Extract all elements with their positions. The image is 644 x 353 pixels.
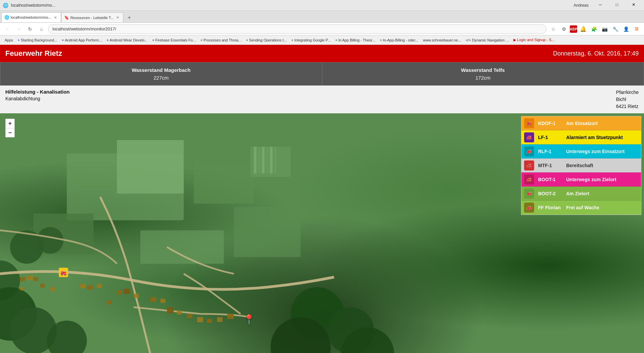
restore-button[interactable]: □ — [609, 0, 625, 9]
chrome-menu-icon[interactable]: ≡ — [632, 24, 641, 34]
bookmark-android-app[interactable]: ● Android App Perform... — [60, 37, 104, 43]
svg-rect-32 — [167, 307, 174, 313]
svg-rect-35 — [197, 317, 203, 322]
bookmark-android-wear[interactable]: ● Android Wear Develo... — [105, 37, 150, 43]
resource-icon-cell-mtf1: 🚒 — [521, 158, 537, 172]
location-pin[interactable]: 📍 — [243, 314, 255, 325]
vehicle-marker[interactable]: 🚒 — [59, 268, 68, 277]
tab-ressourcen[interactable]: 🔖 Ressourcen - Leitstelle T... ✕ — [61, 12, 123, 22]
resource-icon-cell-boot2: 🚒 — [521, 187, 537, 200]
forward-button[interactable]: → — [14, 24, 23, 34]
resource-status-mtf1: Bereitschaft — [564, 158, 641, 172]
user-name: Andreas — [574, 0, 589, 11]
bookmark-label-2: Android App Perform... — [65, 38, 102, 42]
extension-icon-2[interactable]: 🧩 — [589, 24, 599, 34]
svg-rect-5 — [140, 230, 224, 264]
adblock-icon[interactable]: ABP — [570, 25, 577, 33]
resource-name-boot2: BOOT-2 — [537, 191, 564, 196]
zoom-controls: + − — [5, 119, 15, 137]
tab-favicon-2: 🔖 — [64, 15, 69, 20]
svg-rect-23 — [117, 290, 122, 295]
resource-icon-mtf1: 🚒 — [524, 160, 534, 170]
bookmark-firebase[interactable]: ● Firebase Essentials Fo... — [150, 37, 198, 43]
water-telfs-label: Wasserstand Telfs — [329, 67, 637, 73]
resource-icon-boot1: 🚒 — [524, 174, 534, 185]
minimize-button[interactable]: ─ — [593, 0, 608, 9]
bookmark-label-5: Processes and Threa... — [203, 38, 241, 42]
bookmark-schneebauer[interactable]: www.schneebauer.ne... — [421, 37, 463, 43]
water-level-telfs: Wasserstand Telfs 172cm — [322, 63, 644, 85]
new-tab-button[interactable]: + — [125, 13, 134, 22]
svg-rect-2 — [194, 163, 254, 204]
svg-rect-26 — [150, 297, 156, 302]
bookmark-processes[interactable]: ● Processes and Threa... — [198, 37, 244, 43]
app-title: Feuerwehr Rietz — [5, 49, 62, 58]
home-button[interactable]: ⌂ — [37, 24, 46, 34]
back-button[interactable]: ← — [3, 24, 12, 34]
incident-type: Hilfeleistung - Kanalisation — [5, 89, 70, 95]
bookmark-star-icon[interactable]: ☆ — [548, 24, 558, 34]
resource-name-rlf1: RLF-1 — [537, 149, 564, 154]
incident-location-2: Bichl — [616, 96, 639, 103]
truck-icon-rlf1: 🚒 — [526, 149, 532, 154]
bookmark-icon-3: ● — [107, 38, 109, 42]
map-area[interactable]: + − 🚒 📍 🚒 KDOF-1 Am Einsatzort — [0, 113, 644, 353]
resource-row-boot2[interactable]: 🚒 BOOT-2 Am Zielort — [521, 187, 641, 201]
close-button[interactable]: ✕ — [626, 0, 641, 9]
extension-icon-1[interactable]: 🔔 — [579, 24, 588, 34]
bookmark-icon-8: ● — [335, 38, 337, 42]
bookmark-apps[interactable]: Apps — [3, 37, 15, 43]
svg-rect-40 — [258, 147, 261, 173]
water-level-magerbach: Wasserstand Magerbach 227cm — [0, 63, 322, 85]
bookmark-billing[interactable]: ● In App Billing - Theor... — [333, 37, 377, 43]
bookmark-label-7: Integrating Google P... — [294, 38, 331, 42]
tab-localhost[interactable]: 🌐 localhost/webstorm/mo... ✕ — [1, 12, 61, 22]
bookmark-icon-7: ● — [291, 38, 293, 42]
resource-row-mtf1[interactable]: 🚒 MTF-1 Bereitschaft — [521, 158, 641, 172]
zoom-out-button[interactable]: − — [5, 128, 15, 137]
bookmark-label-8: In App Billing - Theor... — [338, 38, 375, 42]
svg-rect-24 — [124, 289, 130, 294]
resource-row-ff-florian[interactable]: 🚒 FF Florian Frei auf Wache — [521, 201, 641, 215]
svg-point-8 — [37, 227, 63, 254]
svg-rect-36 — [207, 319, 212, 323]
bookmark-login[interactable]: ▶ Login and Signup - S... — [511, 37, 556, 43]
zoom-in-button[interactable]: + — [5, 119, 15, 128]
resource-row-kdof1[interactable]: 🚒 KDOF-1 Am Einsatzort — [521, 116, 641, 130]
resource-icon-kdof1: 🚒 — [524, 118, 534, 128]
vehicle-marker-icon: 🚒 — [60, 269, 67, 276]
profile-icon[interactable]: 👤 — [621, 24, 631, 34]
resource-row-lf1[interactable]: 🚒 LF-1 Alarmiert am Stuetzpunkt — [521, 130, 641, 144]
resource-icon-cell-kdof1: 🚒 — [521, 116, 537, 130]
svg-rect-21 — [87, 285, 93, 289]
svg-rect-38 — [227, 314, 234, 319]
refresh-button[interactable]: ↻ — [25, 24, 35, 34]
incident-location-3: 6421 Rietz — [616, 103, 639, 110]
bookmark-label-10: www.schneebauer.ne... — [423, 38, 461, 42]
resource-icon-ff-florian: 🚒 — [524, 203, 534, 213]
extension-icon-3[interactable]: 📷 — [600, 24, 609, 34]
extension-icon-4[interactable]: 🔧 — [611, 24, 620, 34]
svg-rect-33 — [177, 311, 182, 315]
bookmark-label-6: Sending Operations t... — [249, 38, 287, 42]
bookmark-starting-bg[interactable]: ● Starting Background... — [16, 37, 59, 43]
settings-icon[interactable]: ⚙ — [559, 24, 569, 34]
svg-rect-6 — [234, 207, 301, 257]
incident-info: Hilfeleistung - Kanalisation Kanalabdich… — [0, 86, 644, 113]
water-magerbach-label: Wasserstand Magerbach — [7, 67, 315, 73]
url-input[interactable] — [48, 24, 546, 34]
bookmarks-bar: Apps ● Starting Background... ● Android … — [0, 35, 644, 45]
bookmark-google-p[interactable]: ● Integrating Google P... — [289, 37, 333, 43]
browser-icon: 🌐 — [3, 3, 8, 8]
resource-row-boot1[interactable]: 🚒 BOOT-1 Unterwegs zum Zielort — [521, 172, 641, 187]
bookmark-label-9: In-App-Billing - oder... — [383, 38, 418, 42]
bookmark-dynamic-nav[interactable]: </> Dynamic Navigation ... — [464, 37, 511, 43]
bookmark-inapp[interactable]: ● In-App-Billing - oder... — [378, 37, 420, 43]
resource-icon-lf1: 🚒 — [524, 132, 534, 142]
tab-close-1[interactable]: ✕ — [53, 15, 58, 20]
incident-location-1: Pfarrkirche — [616, 89, 639, 96]
resource-row-rlf1[interactable]: 🚒 RLF-1 Unterwegs zum Einsatzort — [521, 144, 641, 158]
bookmark-sending[interactable]: ● Sending Operations t... — [244, 37, 289, 43]
truck-icon-ff-florian: 🚒 — [526, 205, 532, 210]
tab-close-2[interactable]: ✕ — [115, 15, 120, 20]
